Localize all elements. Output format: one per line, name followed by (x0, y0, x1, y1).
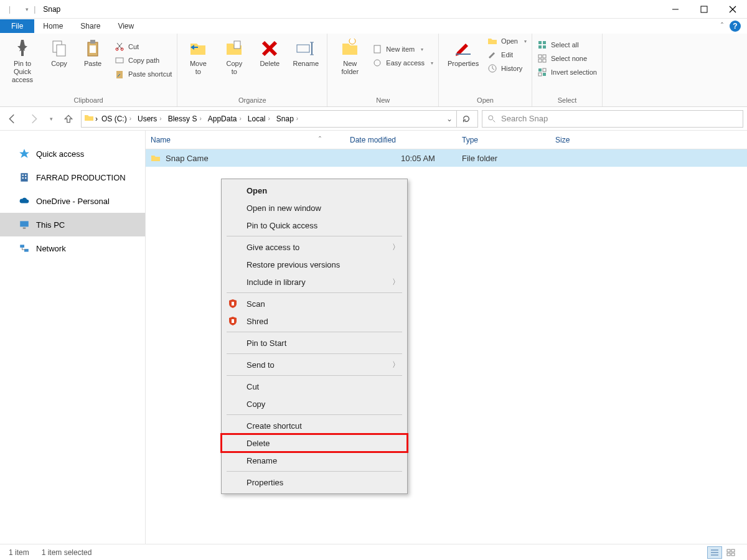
col-size[interactable]: Size (550, 136, 613, 144)
ctx-properties[interactable]: Properties (222, 474, 407, 491)
move-to-button[interactable]: Move to (182, 36, 214, 76)
svg-rect-43 (22, 175, 24, 176)
ctx-open[interactable]: Open (222, 182, 407, 199)
refresh-button[interactable] (456, 110, 475, 128)
svg-rect-32 (538, 55, 542, 58)
ribbon-tabstrip: File Home Share View ˆ ? (0, 19, 747, 34)
large-icons-view-button[interactable] (723, 546, 738, 559)
svg-rect-8 (90, 40, 95, 44)
close-button[interactable] (718, 0, 747, 19)
ctx-copy[interactable]: Copy (222, 395, 407, 413)
crumb-5[interactable]: Snap› (274, 114, 301, 123)
chevron-right-icon[interactable]: › (95, 114, 98, 123)
up-button[interactable] (60, 110, 77, 128)
ctx-rename-label: Rename (247, 456, 277, 465)
new-folder-button[interactable]: New folder (332, 36, 367, 76)
easy-access-button[interactable]: Easy access▾ (372, 58, 433, 68)
maximize-button[interactable] (690, 0, 718, 19)
crumb-1[interactable]: Users› (135, 114, 164, 123)
delete-button[interactable]: Delete (255, 36, 284, 76)
tab-file[interactable]: File (0, 19, 34, 33)
copy-path-button[interactable]: Copy path (115, 55, 172, 65)
ctx-rename[interactable]: Rename (222, 452, 407, 469)
new-item-button[interactable]: New item▾ (372, 44, 433, 54)
invert-selection-label: Invert selection (551, 68, 597, 76)
nav-onedrive[interactable]: OneDrive - Personal (0, 189, 145, 213)
ctx-shred[interactable]: Shred (222, 312, 407, 330)
select-none-label: Select none (551, 55, 587, 62)
copy-button[interactable]: Copy (45, 36, 73, 84)
crumb-4[interactable]: Local› (245, 114, 273, 123)
ctx-pin-quick-access[interactable]: Pin to Quick access (222, 217, 407, 234)
select-all-button[interactable]: Select all (537, 40, 597, 50)
nav-this-pc[interactable]: This PC (0, 213, 145, 236)
svg-rect-42 (21, 173, 27, 182)
pin-label: Pin to Quick access (5, 60, 40, 84)
address-dropdown-icon[interactable]: ⌄ (444, 114, 455, 123)
star-icon (19, 148, 30, 159)
search-input[interactable]: Search Snap (482, 110, 743, 128)
file-row[interactable]: Snap Came 10:05 AM File folder (146, 149, 747, 167)
ctx-properties-label: Properties (247, 478, 283, 487)
ctx-create-shortcut-label: Create shortcut (247, 421, 302, 431)
svg-line-41 (493, 119, 496, 122)
svg-rect-29 (543, 41, 546, 44)
col-type[interactable]: Type (457, 136, 550, 144)
pin-to-quick-access-button[interactable]: Pin to Quick access (5, 36, 40, 84)
ctx-cut[interactable]: Cut (222, 378, 407, 395)
svg-rect-46 (25, 177, 26, 179)
qat-dropdown-icon[interactable]: ▾ (26, 6, 29, 12)
delete-label: Delete (260, 60, 280, 68)
nav-quick-access[interactable]: Quick access (0, 142, 145, 166)
svg-rect-34 (538, 59, 542, 62)
ctx-create-shortcut[interactable]: Create shortcut (222, 417, 407, 434)
crumb-0[interactable]: OS (C:)› (99, 114, 134, 123)
ctx-open-new-window[interactable]: Open in new window (222, 199, 407, 217)
history-button[interactable]: History (487, 63, 527, 73)
properties-button[interactable]: Properties (444, 36, 482, 73)
ctx-scan[interactable]: Scan (222, 295, 407, 312)
recent-locations-button[interactable]: ▾ (46, 110, 56, 128)
copy-label: Copy (51, 60, 67, 68)
nav-network[interactable]: Network (0, 236, 145, 260)
svg-rect-38 (538, 73, 542, 76)
rename-button[interactable]: Rename (289, 36, 322, 76)
col-date[interactable]: Date modified (345, 136, 457, 144)
paste-button[interactable]: Paste (78, 36, 107, 84)
svg-rect-6 (57, 45, 65, 56)
crumb-2[interactable]: Blessy S› (166, 114, 204, 123)
invert-selection-button[interactable]: Invert selection (537, 67, 597, 77)
svg-rect-48 (23, 228, 26, 229)
cloud-icon (19, 195, 30, 207)
svg-rect-39 (543, 73, 546, 76)
forward-button[interactable] (25, 110, 42, 128)
svg-rect-37 (543, 68, 546, 72)
collapse-ribbon-icon[interactable]: ˆ (721, 22, 723, 30)
nav-farrad[interactable]: FARRAD PRODUCTION (0, 166, 145, 189)
select-none-button[interactable]: Select none (537, 54, 597, 63)
paste-shortcut-button[interactable]: Paste shortcut (115, 69, 172, 79)
ctx-include-library[interactable]: Include in library〉 (222, 273, 407, 291)
crumb-3[interactable]: AppData› (205, 114, 244, 123)
ctx-give-access[interactable]: Give access to〉 (222, 238, 407, 256)
help-icon[interactable]: ? (730, 21, 741, 32)
search-placeholder: Search Snap (501, 114, 548, 123)
open-button[interactable]: Open▾ (487, 36, 527, 46)
details-view-button[interactable] (707, 546, 722, 559)
ctx-pin-qa-label: Pin to Quick access (247, 221, 317, 230)
title-bar: | ▾ | Snap (0, 0, 747, 19)
copy-to-button[interactable]: Copy to (218, 36, 250, 76)
cut-button[interactable]: Cut (115, 42, 172, 52)
ctx-restore-previous[interactable]: Restore previous versions (222, 256, 407, 273)
edit-button[interactable]: Edit (487, 50, 527, 60)
back-button[interactable] (4, 110, 21, 128)
ctx-send-to[interactable]: Send to〉 (222, 356, 407, 373)
minimize-button[interactable] (661, 0, 690, 19)
tab-home[interactable]: Home (34, 19, 72, 33)
tab-view[interactable]: View (109, 19, 143, 33)
tab-share[interactable]: Share (72, 19, 109, 33)
ctx-pin-start[interactable]: Pin to Start (222, 334, 407, 352)
col-name[interactable]: Nameˆ (146, 136, 345, 144)
address-bar[interactable]: › OS (C:)› Users› Blessy S› AppData› Loc… (81, 110, 478, 128)
ctx-delete[interactable]: Delete (222, 434, 407, 452)
